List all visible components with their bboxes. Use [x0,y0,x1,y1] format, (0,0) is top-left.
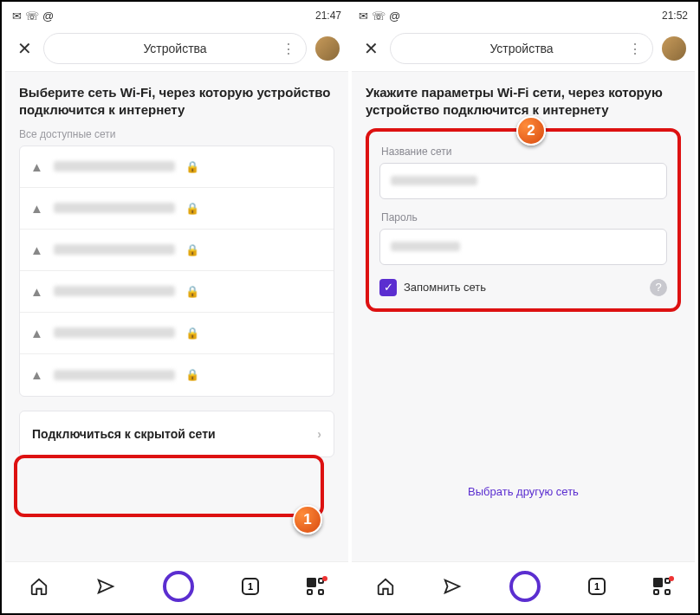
close-icon[interactable]: ✕ [360,38,381,59]
screen-left: ✉ ☏ @ 21:47 ✕ Устройства ⋮ Выберите сеть… [5,5,348,610]
bottom-nav: 1 [352,561,695,610]
wifi-item[interactable]: ▲ 🔒 [20,146,334,188]
header-pill[interactable]: Устройства ⋮ [390,33,653,64]
lock-icon: 🔒 [185,285,199,298]
hidden-network-button[interactable]: Подключиться к скрытой сети › [19,411,334,457]
nav-tabs-icon[interactable]: 1 [588,578,606,595]
mail-icon: ✉ [12,10,22,23]
more-icon[interactable]: ⋮ [282,41,295,57]
wifi-name-blurred [54,203,175,213]
callout-badge-2: 2 [516,116,546,146]
ssid-value-blurred [391,176,477,185]
more-icon[interactable]: ⋮ [628,41,642,57]
wifi-icon: ▲ [30,201,43,216]
whatsapp-icon: ☏ [25,10,39,23]
help-icon[interactable]: ? [650,279,667,296]
close-icon[interactable]: ✕ [14,38,35,59]
wifi-list: ▲ 🔒 ▲ 🔒 ▲ 🔒 ▲ 🔒 [19,146,334,397]
callout-highlight [14,455,324,517]
at-icon: @ [389,10,400,23]
nav-home-icon[interactable] [29,577,49,596]
at-icon: @ [42,10,54,23]
nav-tabs-icon[interactable]: 1 [242,578,259,595]
nav-grid-icon[interactable] [653,578,671,595]
chevron-right-icon: › [317,427,321,441]
nav-alice-icon[interactable] [509,571,541,602]
notification-dot [669,576,674,581]
lock-icon: 🔒 [185,202,199,215]
lock-icon: 🔒 [185,368,199,381]
lock-icon: 🔒 [185,243,199,256]
avatar[interactable] [315,36,340,61]
nav-home-icon[interactable] [376,577,395,596]
page-heading: Выберите сеть Wi-Fi, через которую устро… [19,84,334,120]
ssid-label: Название сети [381,146,667,158]
section-label: Все доступные сети [19,128,334,140]
notification-dot [322,576,327,581]
header-title: Устройства [489,42,553,55]
wifi-name-blurred [54,161,175,172]
wifi-item[interactable]: ▲ 🔒 [20,271,334,313]
header-title: Устройства [143,42,206,55]
wifi-name-blurred [54,286,175,296]
wifi-icon: ▲ [30,326,43,340]
password-value-blurred [391,242,460,251]
bottom-nav: 1 [5,561,348,610]
app-header: ✕ Устройства ⋮ [5,26,348,72]
clock: 21:52 [662,10,688,22]
wifi-icon: ▲ [30,159,43,174]
wifi-item[interactable]: ▲ 🔒 [20,354,334,396]
avatar[interactable] [662,36,686,61]
mail-icon: ✉ [359,10,368,23]
status-bar: ✉ ☏ @ 21:47 [5,5,348,26]
wifi-name-blurred [54,370,175,380]
wifi-name-blurred [54,327,175,338]
screen-right: ✉ ☏ @ 21:52 ✕ Устройства ⋮ Укажите парам… [352,5,695,610]
wifi-item[interactable]: ▲ 🔒 [20,188,334,230]
password-input[interactable] [379,229,667,265]
wifi-item[interactable]: ▲ 🔒 [20,313,334,354]
password-label: Пароль [381,211,667,223]
wifi-icon: ▲ [30,367,43,382]
wifi-name-blurred [54,244,175,255]
choose-other-network-link[interactable]: Выбрать другую сеть [366,485,681,498]
wifi-icon: ▲ [30,243,43,257]
clock: 21:47 [315,10,341,22]
remember-checkbox[interactable]: ✓ [379,279,397,296]
wifi-icon: ▲ [30,284,43,299]
nav-alice-icon[interactable] [163,571,194,602]
wifi-item[interactable]: ▲ 🔒 [20,230,334,271]
wifi-form-callout: Название сети Пароль ✓ Запомнить сеть ? … [366,128,681,312]
hidden-network-label: Подключиться к скрытой сети [32,427,216,441]
nav-send-icon[interactable] [443,577,462,596]
app-header: ✕ Устройства ⋮ [352,26,695,72]
nav-grid-icon[interactable] [307,578,324,595]
whatsapp-icon: ☏ [372,10,386,23]
ssid-input[interactable] [379,163,667,199]
status-bar: ✉ ☏ @ 21:52 [352,5,695,26]
header-pill[interactable]: Устройства ⋮ [43,33,307,64]
lock-icon: 🔒 [185,327,199,340]
callout-badge-1: 1 [293,505,322,534]
remember-label: Запомнить сеть [404,281,486,294]
lock-icon: 🔒 [185,160,199,173]
page-heading: Укажите параметры Wi-Fi сети, через кото… [366,84,681,120]
nav-send-icon[interactable] [96,577,115,596]
